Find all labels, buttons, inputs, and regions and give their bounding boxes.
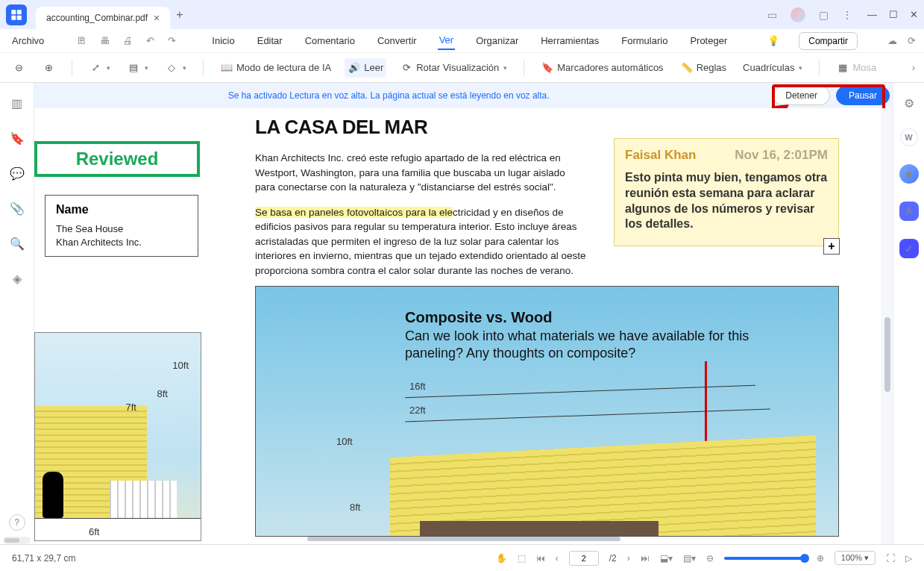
app-a-icon[interactable]: A [899,202,919,221]
lightbulb-icon[interactable]: 💡 [767,35,779,46]
page-number-input[interactable] [569,551,599,566]
thumbnails-icon[interactable]: ▥ [11,96,22,110]
menu-formulario[interactable]: Formulario [620,32,669,49]
close-tab-icon[interactable]: × [154,12,160,24]
fullscreen-icon[interactable]: ⛶ [886,553,895,564]
app-logo[interactable] [6,4,27,25]
zoom-in-sb-icon[interactable]: ⊕ [817,553,824,564]
layers-icon[interactable]: ◈ [13,272,22,286]
presentation-icon[interactable]: ▷ [905,553,912,564]
name-card-line2: Khan Architects Inc. [56,236,187,249]
zoom-slider[interactable] [724,557,806,560]
rotate-label: Rotar Visualización [416,62,499,73]
diagram-subtitle: Can we look into what materials we have … [405,328,755,361]
svg-rect-1 [17,10,22,14]
background-button[interactable]: ◇▾ [162,58,189,78]
page-layout-button[interactable]: ▤▾ [124,58,151,78]
zoom-in-button[interactable]: ⊕ [39,58,58,78]
dim-label-10ft: 10ft [172,360,189,371]
menu-herramientas[interactable]: Herramientas [539,32,600,49]
print-icon[interactable]: 🖨 [123,35,133,46]
ai-reading-mode-button[interactable]: 📖Modo de lectura de IA [217,58,334,78]
checklist-icon[interactable]: ✓ [899,239,919,258]
name-card: Name The Sea House Khan Architects Inc. [45,195,198,257]
name-card-header: Name [56,203,187,216]
menu-proteger[interactable]: Proteger [688,32,729,49]
zoom-percent-select[interactable]: 100% ▾ [835,551,876,565]
comment-author: Faisal Khan [625,148,696,163]
comments-icon[interactable]: 💬 [10,166,25,181]
vertical-scrollbar[interactable] [884,108,891,529]
redo-icon[interactable]: ↷ [168,35,176,46]
first-page-icon[interactable]: ⏮ [536,553,545,564]
zoom-out-sb-icon[interactable]: ⊖ [706,553,714,564]
reviewed-stamp: Reviewed [34,141,200,177]
properties-icon[interactable]: ⚙ [904,96,914,110]
word-export-icon[interactable]: W [900,128,918,146]
menu-editar[interactable]: Editar [256,32,284,49]
user-avatar-icon[interactable] [791,7,805,22]
menu-convertir[interactable]: Convertir [376,32,418,49]
auto-bookmarks-button[interactable]: 🔖Marcadores automáticos [538,58,666,78]
highlighted-text: Se basa en paneles fotovoltaicos para la… [255,207,453,218]
read-aloud-button[interactable]: 🔊Leer [345,58,386,78]
cloud-icon[interactable]: ☁ [887,35,897,46]
zoom-out-button[interactable]: ⊖ [9,58,28,78]
comment-panel-icon[interactable]: ▢ [819,9,829,21]
attachments-icon[interactable]: 📎 [10,202,25,216]
share-button[interactable]: Compartir [799,32,858,50]
sticky-note-comment[interactable]: Faisal Khan Nov 16, 2:01PM Esto pinta mu… [614,138,839,246]
bookmark-icon[interactable]: 🔖 [10,131,25,146]
statusbar: 61,71 x 29,7 cm ✋ ⬚ ⏮ ‹ /2 › ⏭ ⬓▾ ▤▾ ⊖ ⊕… [0,544,924,571]
menu-inicio[interactable]: Inicio [210,32,236,49]
pause-reading-button[interactable]: Pausar [836,86,890,105]
expand-comment-icon[interactable]: + [823,238,840,255]
page-total: /2 [609,553,617,564]
horizontal-scrollbar[interactable] [285,535,643,543]
rulers-label: Reglas [697,62,726,73]
tab-title: accounting_Combinar.pdf [46,13,148,23]
search-icon[interactable]: 🔍 [10,237,25,251]
kebab-menu-icon[interactable]: ⋮ [842,9,852,21]
ai-reading-label: Modo de lectura de IA [236,62,331,73]
sync-icon[interactable]: ⟳ [908,35,916,46]
menu-comentario[interactable]: Comentario [304,32,356,49]
grids-button[interactable]: Cuadrículas▾ [740,59,805,76]
help-icon[interactable]: ? [9,514,25,531]
menu-file[interactable]: Archivo [10,32,45,49]
prev-page-icon[interactable]: ‹ [556,553,559,564]
add-tab-button[interactable]: + [176,8,183,22]
open-icon[interactable]: 🖹 [77,35,87,46]
stop-reading-button[interactable]: Detener [773,86,830,105]
composite-diagram-main: Composite vs. Wood Can we look into what… [255,286,839,537]
save-icon[interactable]: 🖶 [100,35,110,46]
bookmarks-label: Marcadores automáticos [557,62,663,73]
hand-tool-icon[interactable]: ✋ [496,553,507,564]
fit-page-button[interactable]: ⤢▾ [86,58,113,78]
comment-timestamp: Nov 16, 2:01PM [735,148,828,163]
rulers-button[interactable]: 📏Reglas [677,58,729,78]
fit-width-icon[interactable]: ⬓▾ [660,553,673,564]
sidebar-scrollbar[interactable] [3,537,31,544]
minimize-window-icon[interactable]: — [867,9,877,20]
menu-organizar[interactable]: Organizar [474,32,520,49]
rotate-view-button[interactable]: ⟳Rotar Visualización▾ [397,58,510,78]
undo-icon[interactable]: ↶ [146,35,154,46]
close-window-icon[interactable]: ✕ [910,9,918,20]
toolbar-overflow-icon[interactable]: › [912,62,915,73]
menu-ver[interactable]: Ver [438,31,456,50]
ai-assistant-icon[interactable]: ☻ [899,164,919,184]
select-tool-icon[interactable]: ⬚ [518,553,526,564]
next-page-icon[interactable]: › [627,553,630,564]
dim-label-7ft: 7ft [126,402,136,413]
mosaic-button[interactable]: ▦Mosa [833,58,879,78]
last-page-icon[interactable]: ⏭ [641,553,650,564]
dim-label-22ft: 22ft [409,405,426,416]
document-tab[interactable]: accounting_Combinar.pdf × [36,7,170,29]
comment-body: Esto pinta muy bien, tengamos otra reuni… [625,170,828,232]
document-heading: LA CASA DEL MAR [255,116,881,139]
single-page-icon[interactable]: ▤▾ [683,553,696,564]
maximize-window-icon[interactable]: ☐ [889,9,898,20]
svg-rect-2 [11,15,16,19]
device-icon[interactable]: ▭ [767,9,777,21]
